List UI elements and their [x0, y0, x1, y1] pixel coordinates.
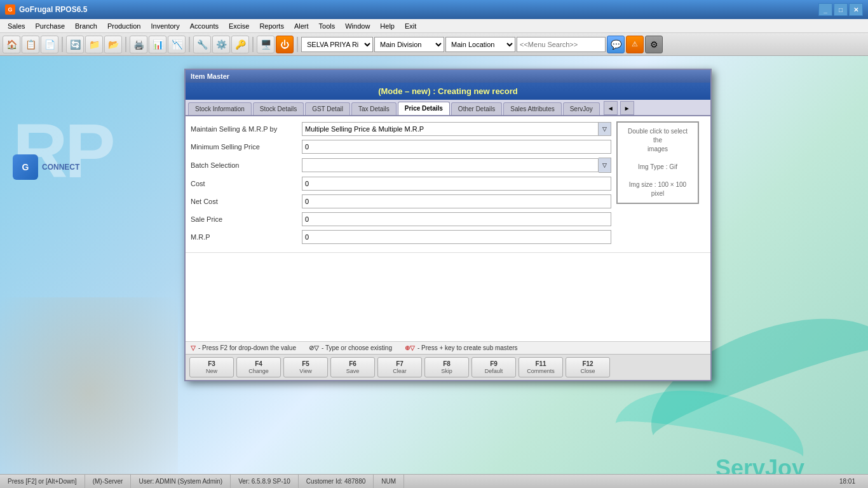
maximize-button[interactable]: □ — [834, 3, 848, 16]
toolbar-sep-1 — [62, 37, 63, 52]
location-select[interactable]: Main Location — [445, 37, 515, 52]
user-select[interactable]: SELVA PRIYA Ri — [301, 37, 373, 52]
toolbar-sep-3 — [189, 37, 190, 52]
toolbar-btn-print[interactable]: 🖨️ — [130, 36, 147, 53]
dialog-title: Item Master — [186, 70, 710, 83]
app-icon: G — [5, 4, 15, 15]
menu-purchase[interactable]: Purchase — [31, 21, 70, 31]
dropdown-btn-maintain-selling[interactable]: ▽ — [599, 122, 611, 136]
menu-help[interactable]: Help — [375, 21, 400, 31]
toolbar-btn-8[interactable]: 📉 — [168, 36, 186, 53]
toolbar-btn-7[interactable]: 📊 — [149, 36, 166, 53]
field-min-selling — [302, 140, 611, 154]
division-select[interactable]: Main Division — [374, 37, 444, 52]
tab-price-details[interactable]: Price Details — [398, 102, 450, 115]
fkey-f11[interactable]: F11 Comments — [519, 357, 563, 377]
hint-plus: ⊕▽ - Press + key to create sub masters — [405, 344, 518, 351]
fkey-f9[interactable]: F9 Default — [471, 357, 516, 377]
dropdown-btn-batch[interactable]: ▽ — [599, 158, 611, 173]
menu-window[interactable]: Window — [340, 21, 375, 31]
menu-reports[interactable]: Reports — [254, 21, 289, 31]
label-maintain-selling: Maintain Selling & M.R.P by — [191, 125, 302, 133]
tab-gst-detail[interactable]: GST Detail — [305, 102, 350, 115]
input-net-cost[interactable] — [302, 194, 611, 208]
toolbar-btn-settings[interactable]: ⚙ — [645, 36, 663, 53]
fkey-f4[interactable]: F4 Change — [236, 357, 281, 377]
field-mrp — [302, 230, 611, 244]
menu-accounts[interactable]: Accounts — [185, 21, 224, 31]
toolbar-btn-5[interactable]: 📁 — [85, 36, 103, 53]
toolbar-btn-1[interactable]: 🏠 — [3, 36, 20, 53]
field-net-cost — [302, 194, 611, 208]
input-cost[interactable] — [302, 177, 611, 191]
menu-inventory[interactable]: Inventory — [146, 21, 184, 31]
label-net-cost: Net Cost — [191, 198, 302, 205]
toolbar-btn-6[interactable]: 📂 — [104, 36, 122, 53]
close-button[interactable]: ✕ — [849, 3, 863, 16]
input-batch-selection[interactable] — [302, 158, 599, 172]
toolbar-btn-4[interactable]: 🔄 — [66, 36, 84, 53]
tab-stock-details[interactable]: Stock Details — [253, 102, 304, 115]
hint-type: ⊘▽ - Type or choose existing — [309, 344, 392, 351]
image-box[interactable]: Double click to select the images Img Ty… — [616, 121, 699, 204]
toolbar-btn-9[interactable]: 🔧 — [193, 36, 211, 53]
toolbar-btn-10[interactable]: ⚙️ — [212, 36, 230, 53]
input-sale-price[interactable] — [302, 212, 611, 226]
fkey-f5[interactable]: F5 View — [283, 357, 328, 377]
menu-branch[interactable]: Branch — [70, 21, 102, 31]
form-row-min-selling: Minimum Selling Price — [191, 139, 611, 154]
form-row-maintain-selling: Maintain Selling & M.R.P by ▽ — [191, 121, 611, 137]
form-spacer — [186, 252, 710, 341]
tab-servjoy[interactable]: ServJoy — [563, 102, 600, 115]
toolbar-btn-notification[interactable]: 💬 — [607, 36, 625, 53]
input-mrp[interactable] — [302, 230, 611, 244]
status-time: 18:01 — [832, 475, 863, 488]
menu-exit[interactable]: Exit — [400, 21, 421, 31]
tab-stock-information[interactable]: Stock Information — [188, 102, 252, 115]
menu-sales[interactable]: Sales — [3, 21, 31, 31]
label-min-selling: Minimum Selling Price — [191, 143, 302, 151]
toolbar-sep-4 — [252, 37, 254, 52]
toolbar-btn-3[interactable]: 📄 — [41, 36, 58, 53]
fkey-f12[interactable]: F12 Close — [566, 357, 610, 377]
tab-prev-btn[interactable]: ◄ — [604, 101, 618, 115]
tab-sales-attributes[interactable]: Sales Attributes — [503, 102, 561, 115]
hint-f2: ▽ - Press F2 for drop-down the value — [191, 344, 296, 351]
minimize-button[interactable]: _ — [818, 3, 832, 16]
hint-text-3: - Press + key to create sub masters — [417, 344, 518, 351]
fkey-f7[interactable]: F7 Clear — [377, 357, 422, 377]
toolbar-btn-monitor[interactable]: 🖥️ — [257, 36, 275, 53]
menu-production[interactable]: Production — [102, 21, 146, 31]
tab-tax-details[interactable]: Tax Details — [351, 102, 397, 115]
fkey-f3[interactable]: F3 New — [189, 357, 234, 377]
title-bar: G GoFrugal RPOS6.5 _ □ ✕ — [0, 0, 868, 19]
fkey-f8[interactable]: F8 Skip — [424, 357, 469, 377]
background: RP G CONNECT ServJoy Item Master (Mode –… — [0, 56, 868, 488]
image-box-line2: images — [648, 145, 668, 154]
fkey-f6[interactable]: F6 Save — [330, 357, 375, 377]
hint-text-2: - Type or choose existing — [322, 344, 392, 351]
form-row-mrp: M.R.P — [191, 229, 611, 245]
menu-bar: Sales Purchase Branch Production Invento… — [0, 19, 868, 33]
menu-excise[interactable]: Excise — [224, 21, 254, 31]
toolbar-btn-2[interactable]: 📋 — [22, 36, 39, 53]
connect-text: CONNECT — [42, 163, 79, 172]
footer-hints: ▽ - Press F2 for drop-down the value ⊘▽ … — [186, 341, 710, 354]
menu-tools[interactable]: Tools — [314, 21, 341, 31]
input-maintain-selling[interactable] — [302, 122, 599, 136]
toolbar: 🏠 📋 📄 🔄 📁 📂 🖨️ 📊 📉 🔧 ⚙️ 🔑 🖥️ ⏻ SELVA PRI… — [0, 33, 868, 56]
form-row-cost: Cost — [191, 176, 611, 191]
tab-next-btn[interactable]: ► — [620, 101, 634, 115]
menu-search-input[interactable] — [517, 37, 606, 52]
menu-alert[interactable]: Alert — [289, 21, 314, 31]
hint-symbol-1: ▽ — [191, 344, 196, 351]
toolbar-btn-power[interactable]: ⏻ — [276, 36, 294, 53]
form-row-net-cost: Net Cost — [191, 194, 611, 209]
toolbar-btn-11[interactable]: 🔑 — [231, 36, 249, 53]
toolbar-btn-alert[interactable]: ⚠ — [626, 36, 644, 53]
tab-other-details[interactable]: Other Details — [451, 102, 502, 115]
title-bar-controls: _ □ ✕ — [818, 3, 863, 16]
input-min-selling[interactable] — [302, 140, 611, 154]
label-sale-price: Sale Price — [191, 215, 302, 223]
toolbar-sep-5 — [297, 37, 298, 52]
